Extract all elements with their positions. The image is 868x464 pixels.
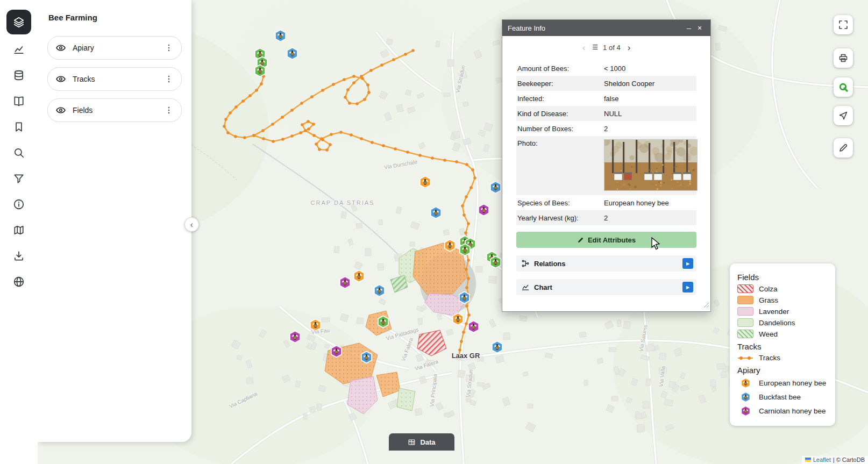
resize-handle[interactable] xyxy=(703,301,709,310)
expand-button[interactable]: ▶ xyxy=(682,258,693,269)
edit-attributes-button[interactable]: Edit Attributes xyxy=(516,232,696,248)
attribute-row: Infected:false xyxy=(516,91,696,106)
bee-marker-buckfast[interactable] xyxy=(275,30,286,41)
database-icon[interactable] xyxy=(7,65,31,86)
bee-marker-buckfast[interactable] xyxy=(374,284,385,296)
legend-label: Colza xyxy=(759,285,778,293)
bee-marker-european[interactable] xyxy=(445,239,455,251)
bee-marker-buckfast[interactable] xyxy=(287,47,297,59)
layer-label: Fields xyxy=(73,106,158,115)
attribute-value: false xyxy=(604,95,696,103)
section-relations[interactable]: Relations▶ xyxy=(516,255,696,272)
info-icon[interactable] xyxy=(7,194,31,215)
leaflet-link[interactable]: Leaflet xyxy=(813,456,831,463)
search-icon[interactable] xyxy=(7,142,31,163)
bee-marker-european[interactable] xyxy=(453,313,463,325)
legend-label: Tracks xyxy=(759,354,780,362)
expand-button[interactable]: ▶ xyxy=(682,282,693,292)
kebab-menu-icon[interactable] xyxy=(164,43,174,53)
attribute-row: Amount of Bees:< 1000 xyxy=(516,61,696,76)
bee-marker-carniolan[interactable] xyxy=(479,204,489,216)
legend-item: Colza xyxy=(737,284,828,293)
field-swatch xyxy=(737,307,753,316)
layer-item-tracks[interactable]: Tracks xyxy=(47,67,182,91)
bee-marker-carniolan[interactable] xyxy=(331,345,341,357)
legend-label: Weed xyxy=(759,330,778,338)
feature-info-dialog: Feature Info – × ‹ ☰ 1 of 4 › Amount of … xyxy=(502,19,711,312)
bee-marker-carniolan[interactable] xyxy=(290,331,300,342)
close-button[interactable]: × xyxy=(694,24,705,32)
bee-marker-european[interactable] xyxy=(420,176,430,188)
attribute-value: < 1000 xyxy=(604,65,696,73)
legend-section-title: Tracks xyxy=(737,342,828,351)
pencil-icon xyxy=(577,237,584,244)
fullscreen-button[interactable] xyxy=(834,15,853,34)
bee-marker-buckfast[interactable] xyxy=(459,291,469,303)
qgis-button[interactable] xyxy=(834,77,853,97)
legend-item: Dandelions xyxy=(737,318,828,327)
kebab-menu-icon[interactable] xyxy=(164,74,174,84)
filter-icon[interactable] xyxy=(7,168,31,189)
dialog-title: Feature Info xyxy=(508,24,684,32)
track-swatch xyxy=(737,355,753,361)
book-icon[interactable] xyxy=(7,90,31,112)
table-icon xyxy=(408,438,416,446)
kebab-menu-icon[interactable] xyxy=(164,105,174,115)
section-label: Chart xyxy=(534,283,552,291)
bee-marker-buckfast[interactable] xyxy=(431,206,441,218)
page-indicator: 1 of 4 xyxy=(603,44,621,52)
globe-icon[interactable] xyxy=(7,271,31,292)
visibility-eye-icon[interactable] xyxy=(55,105,66,116)
bee-marker-waypoint[interactable] xyxy=(378,316,388,327)
minimize-button[interactable]: – xyxy=(684,24,694,32)
bee-marker-buckfast[interactable] xyxy=(361,351,372,363)
bookmark-icon[interactable] xyxy=(7,116,31,138)
bee-marker-buckfast[interactable] xyxy=(490,181,501,193)
print-button[interactable] xyxy=(834,48,853,68)
map-legend: FieldsColzaGrassLavenderDandelionsWeedTr… xyxy=(730,263,835,426)
bee-marker-european[interactable] xyxy=(310,319,321,331)
layer-item-fields[interactable]: Fields xyxy=(47,98,182,122)
bee-marker-buckfast[interactable] xyxy=(492,341,502,353)
bee-marker-carniolan[interactable] xyxy=(468,320,479,332)
attribute-key: Kind of Disease: xyxy=(516,110,604,118)
legend-item: Carniolan honey bee xyxy=(737,405,828,417)
bee-marker-carniolan[interactable] xyxy=(340,276,350,288)
field-polygon-grass[interactable] xyxy=(376,372,400,397)
draw-button[interactable] xyxy=(834,138,853,158)
legend-item: Lavender xyxy=(737,307,828,316)
attribute-row: Number of Boxes:2 xyxy=(516,121,696,136)
next-feature-button[interactable]: › xyxy=(625,43,633,52)
field-polygon-colza[interactable] xyxy=(417,330,446,356)
section-label: Relations xyxy=(534,260,566,268)
layer-item-apiary[interactable]: Apiary xyxy=(47,36,182,60)
download-icon[interactable] xyxy=(7,245,31,267)
legend-label: Grass xyxy=(759,296,778,304)
bee-marker-waypoint[interactable] xyxy=(460,244,470,255)
layers-icon[interactable] xyxy=(6,10,31,34)
bee-marker-european[interactable] xyxy=(354,270,364,282)
map-icon[interactable] xyxy=(7,219,31,241)
bee-marker-waypoint[interactable] xyxy=(490,256,501,268)
bee-marker-waypoint[interactable] xyxy=(255,65,265,76)
dialog-titlebar[interactable]: Feature Info – × xyxy=(502,20,710,36)
field-polygon-weed[interactable] xyxy=(390,275,408,292)
panel-title: Bee Farming xyxy=(48,13,182,22)
attribute-row: Beekeeper:Sheldon Cooper xyxy=(516,76,696,91)
section-chart[interactable]: Chart▶ xyxy=(516,279,696,295)
attribute-key: Amount of Bees: xyxy=(516,65,604,73)
chart-icon[interactable] xyxy=(7,39,31,60)
field-polygon-grass[interactable] xyxy=(413,243,467,295)
locate-button[interactable] xyxy=(834,106,853,125)
panel-collapse-button[interactable]: ‹ xyxy=(184,217,199,232)
attribute-key: Infected: xyxy=(516,95,604,103)
visibility-eye-icon[interactable] xyxy=(55,74,66,84)
data-panel-button[interactable]: Data xyxy=(389,433,454,451)
legend-item: Grass xyxy=(737,296,828,304)
legend-label: Dandelions xyxy=(759,319,795,327)
attribute-value: 2 xyxy=(604,214,696,222)
field-polygon-dandelions[interactable] xyxy=(397,388,415,411)
attribute-photo[interactable] xyxy=(604,139,698,191)
visibility-eye-icon[interactable] xyxy=(55,42,66,53)
prev-feature-button[interactable]: ‹ xyxy=(580,43,588,52)
